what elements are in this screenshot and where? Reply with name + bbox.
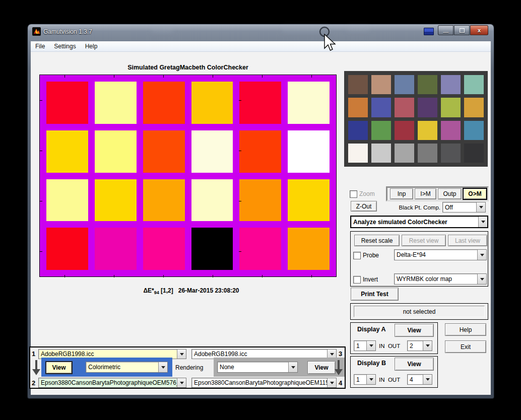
color-patch — [395, 121, 414, 140]
black-pt-comp-label: Black Pt. Comp. — [393, 204, 440, 211]
chevron-down-icon[interactable] — [366, 341, 375, 351]
color-patch — [143, 179, 185, 222]
color-patch — [418, 75, 437, 94]
view-right-button[interactable]: View — [307, 361, 336, 374]
axis-tick — [163, 75, 164, 78]
display-b-view-button[interactable]: View — [395, 358, 434, 371]
display-b-out-select[interactable]: 4 — [407, 374, 432, 385]
chevron-down-icon[interactable] — [478, 217, 487, 227]
profile-2-select[interactable]: Epson3880CansonBarytaPhotographiqueOEM57… — [38, 378, 186, 388]
outp-button[interactable]: Outp — [438, 188, 462, 199]
menu-settings[interactable]: Settings — [49, 43, 80, 50]
reference-colorchecker[interactable] — [344, 71, 488, 167]
display-a-in-select[interactable]: 1 — [354, 340, 376, 351]
color-patch — [348, 98, 368, 117]
color-patch — [288, 82, 330, 124]
inp-button[interactable]: Inp — [390, 188, 413, 199]
display-b-in-select[interactable]: 1 — [354, 374, 376, 385]
chevron-down-icon[interactable] — [366, 375, 375, 384]
color-map-select[interactable]: WYRMBK color map — [394, 273, 487, 285]
color-patch — [46, 130, 88, 173]
chevron-down-icon[interactable] — [423, 375, 432, 384]
print-test-button[interactable]: Print Test — [351, 288, 399, 301]
slot-1-number: 1 — [32, 350, 35, 358]
view-left-button[interactable]: View — [45, 361, 73, 374]
axis-tick — [213, 275, 213, 277]
chevron-down-icon[interactable] — [423, 341, 432, 351]
none-value: None — [218, 364, 288, 371]
o-to-m-button[interactable]: O>M — [463, 188, 487, 200]
axis-tick — [262, 275, 263, 277]
chevron-down-icon[interactable] — [288, 362, 297, 372]
axis-tick — [239, 100, 241, 101]
menu-file[interactable]: File — [31, 43, 49, 50]
chevron-down-icon[interactable] — [177, 378, 186, 387]
color-patch — [239, 179, 281, 222]
color-patch — [288, 179, 330, 222]
displays-icon[interactable] — [422, 26, 435, 36]
window-titlebar[interactable]: Gamutvision 1.3.7 — x — [28, 24, 494, 41]
color-patch — [46, 82, 88, 124]
none-select[interactable]: None — [217, 362, 298, 373]
color-patch — [239, 130, 281, 173]
display-a-view-button[interactable]: View — [395, 324, 434, 337]
color-patch — [441, 121, 461, 140]
zoom-checkbox[interactable] — [350, 190, 356, 197]
color-patch — [464, 121, 484, 140]
reset-scale-button[interactable]: Reset scale — [354, 235, 400, 246]
minimize-button[interactable]: — — [438, 25, 453, 35]
color-patch — [395, 75, 414, 94]
display-a-title: Display A — [357, 326, 386, 333]
probe-metric-select[interactable]: Delta-E*94 — [394, 249, 487, 260]
black-pt-comp-select[interactable]: Off — [442, 202, 486, 213]
exit-button[interactable]: Exit — [445, 340, 486, 353]
last-view-button[interactable]: Last view — [448, 235, 487, 246]
color-patch — [441, 144, 461, 163]
analyze-select[interactable]: Analyze simulated ColorChecker — [350, 216, 488, 228]
color-patch — [418, 144, 437, 163]
color-patch — [239, 82, 281, 124]
color-patch — [95, 130, 137, 173]
reset-view-button[interactable]: Reset view — [402, 235, 446, 246]
chevron-down-icon[interactable] — [158, 362, 167, 372]
caption-subscript: 94 — [154, 290, 159, 295]
profile-4-select[interactable]: Epson3880CansonBarytaPhotographiqueOEM11… — [191, 378, 337, 388]
axis-tick — [213, 75, 213, 78]
chevron-down-icon[interactable] — [477, 274, 486, 284]
axis-tick — [163, 275, 164, 277]
color-patch — [464, 98, 484, 117]
color-patch — [288, 130, 330, 173]
axis-tick — [64, 75, 65, 78]
chevron-down-icon[interactable] — [477, 250, 486, 260]
axis-tick — [64, 275, 65, 277]
z-out-button[interactable]: Z-Out — [351, 201, 377, 212]
invert-checkbox[interactable] — [353, 276, 361, 284]
menu-help[interactable]: Help — [81, 43, 102, 50]
display-a-out-select[interactable]: 2 — [407, 340, 432, 351]
restore-button[interactable] — [454, 25, 470, 35]
axis-tick — [311, 75, 312, 78]
display-b-inout-label: IN OUT — [379, 377, 400, 383]
chevron-down-icon[interactable] — [177, 349, 186, 359]
window-title: Gamutvision 1.3.7 — [43, 28, 92, 35]
profile-1-value: AdobeRGB1998.icc — [39, 351, 177, 358]
rendering-intent-select[interactable]: Colorimetric — [86, 362, 168, 373]
axis-tick — [114, 275, 114, 277]
chevron-down-icon[interactable] — [476, 202, 485, 212]
invert-label: Invert — [363, 276, 378, 283]
black-pt-comp-value: Off — [443, 204, 476, 211]
probe-checkbox[interactable] — [353, 252, 361, 259]
chevron-down-icon[interactable] — [327, 378, 336, 387]
color-patch — [371, 144, 391, 163]
slot-4-number: 4 — [339, 379, 342, 387]
down-arrow-icon — [333, 359, 344, 378]
color-patch — [418, 121, 437, 140]
i-to-m-button[interactable]: I>M — [415, 188, 436, 199]
color-patch — [288, 228, 330, 270]
close-button[interactable]: x — [470, 25, 488, 35]
color-patch — [371, 98, 391, 117]
help-button[interactable]: Help — [445, 323, 486, 336]
rendering-label: Rendering — [175, 364, 203, 371]
color-patch — [143, 130, 185, 173]
caption-timestamp: [1,2] 26-Mar-2015 23:08:20 — [159, 287, 239, 294]
